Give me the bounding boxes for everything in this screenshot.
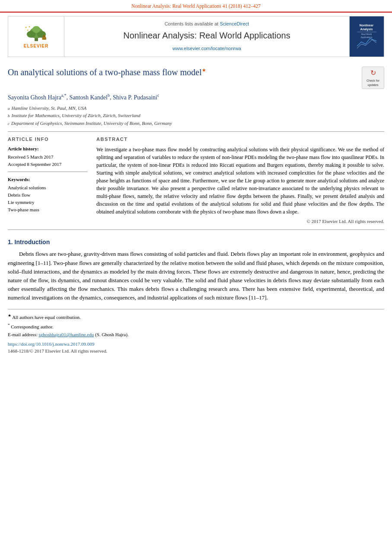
info-divider: [8, 172, 88, 172]
authors-line: Sayonita Ghosh Hajraa,*, Santosh Kandelb…: [8, 92, 384, 102]
author1-sup: a,*: [61, 93, 67, 98]
paper-title-section: On analytical solutions of a two-phase m…: [8, 67, 384, 89]
footnote-equal-contribution: ★ All authors have equal contribution.: [8, 313, 384, 321]
contents-available-text: Contents lists available at ScienceDirec…: [165, 21, 249, 28]
journal-badge-section: Nonlinear Analysis Real World Applicatio…: [349, 16, 384, 57]
affiliation-b: b Institute for Mathematics, University …: [8, 112, 384, 120]
article-body: ARTICLE INFO Article history: Received 5…: [8, 136, 384, 225]
copyright-line: © 2017 Elsevier Ltd. All rights reserved…: [96, 218, 384, 225]
abstract-section: ABSTRACT We investigate a two-phase mass…: [96, 136, 384, 225]
footnote-email: E-mail address: sghoshhajra01@hamline.ed…: [8, 331, 384, 338]
main-content: On analytical solutions of a two-phase m…: [8, 67, 384, 355]
journal-url[interactable]: www.elsevier.com/locate/nonrwa: [172, 45, 241, 52]
history-label: Article history:: [8, 146, 88, 153]
article-info-header: ARTICLE INFO: [8, 136, 88, 143]
footnote-corresponding: * Corresponding author.: [8, 322, 384, 331]
elsevier-logo-section: ELSEVIER: [8, 16, 64, 57]
author-email-link[interactable]: sghoshhajra01@hamline.edu: [38, 332, 94, 337]
keyword-4: Two-phase mass: [8, 207, 88, 213]
journal-reference-bar: Nonlinear Analysis: Real World Applicati…: [0, 0, 392, 13]
paper-title: On analytical solutions of a two-phase m…: [8, 67, 357, 78]
elsevier-brand-text: ELSEVIER: [24, 43, 48, 50]
accepted-date: Accepted 8 September 2017: [8, 161, 88, 168]
keyword-1: Analytical solutions: [8, 185, 88, 191]
svg-point-9: [25, 27, 26, 28]
svg-point-7: [27, 30, 28, 31]
abstract-header: ABSTRACT: [96, 136, 384, 143]
journal-full-title: Nonlinear Analysis: Real World Applicati…: [123, 29, 290, 42]
journal-header: ELSEVIER Contents lists available at Sci…: [8, 16, 384, 57]
svg-rect-6: [42, 37, 46, 40]
check-updates-label: Check for updates: [362, 79, 384, 87]
article-info-panel: ARTICLE INFO Article history: Received 5…: [8, 136, 88, 225]
affiliation-a: a Hamline University, St. Paul, MN, USA: [8, 105, 384, 112]
doi-link[interactable]: https://doi.org/10.1016/j.nonrwa.2017.09…: [8, 341, 384, 348]
check-updates-icon: ↻: [370, 68, 376, 78]
journal-cover-image: Nonlinear Analysis Real World Applicatio…: [355, 20, 379, 51]
svg-text:Analysis: Analysis: [360, 28, 373, 31]
footer-section: ★ All authors have equal contribution. *…: [8, 309, 384, 355]
sciencedirect-link[interactable]: ScienceDirect: [220, 21, 249, 26]
keyword-3: Lie symmetry: [8, 199, 88, 206]
svg-point-4: [32, 26, 40, 33]
svg-text:Nonlinear: Nonlinear: [360, 24, 374, 27]
svg-text:Applications: Applications: [361, 36, 373, 38]
keyword-2: Debris flow: [8, 192, 88, 199]
divider-top: [8, 131, 384, 132]
divider-after-abstract: [8, 229, 384, 230]
issn-line: 1468-1218/© 2017 Elsevier Ltd. All right…: [8, 348, 384, 355]
svg-point-8: [29, 26, 29, 27]
section-1-title: 1. Introduction: [8, 238, 384, 246]
paper-title-star: ★: [202, 67, 206, 73]
journal-reference-text: Nonlinear Analysis: Real World Applicati…: [131, 3, 261, 9]
received-date: Received 5 March 2017: [8, 154, 88, 161]
svg-text:Real World: Real World: [361, 33, 372, 35]
journal-badge: Nonlinear Analysis Real World Applicatio…: [355, 20, 379, 52]
author2-name: , Santosh Kandel: [67, 94, 108, 100]
author1-name: Sayonita Ghosh Hajra: [8, 94, 61, 100]
affiliations: a Hamline University, St. Paul, MN, USA …: [8, 105, 384, 127]
journal-info-center: Contents lists available at ScienceDirec…: [64, 16, 349, 57]
check-for-updates-badge[interactable]: ↻ Check for updates: [362, 67, 384, 89]
introduction-section: 1. Introduction Debris flows are two-pha…: [8, 238, 384, 302]
abstract-text: We investigate a two-phase mass flow mod…: [96, 146, 384, 216]
author3-sup: c: [157, 93, 159, 98]
affiliation-c: c Department of Geophysics, Steinmann In…: [8, 120, 384, 127]
elsevier-logo: ELSEVIER: [15, 23, 58, 49]
keywords-label: Keywords:: [8, 176, 88, 183]
intro-paragraph-1: Debris flows are two-phase, gravity-driv…: [8, 250, 384, 302]
elsevier-tree-icon: [17, 23, 56, 42]
author3-name: , Shiva P. Pudasaini: [110, 94, 157, 100]
